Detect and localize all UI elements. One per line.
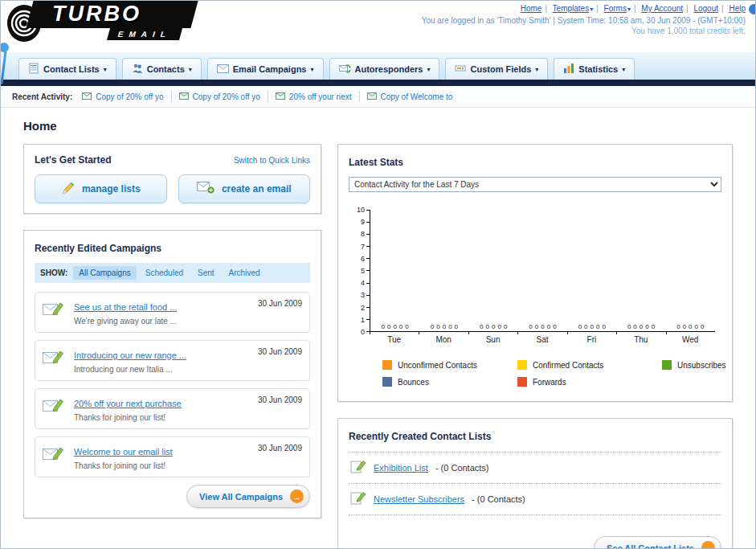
legend-swatch	[662, 360, 672, 370]
nav-link-templates[interactable]: Templates	[553, 4, 590, 13]
divider	[268, 91, 268, 102]
pencil-icon	[61, 181, 76, 198]
create-email-button[interactable]: create an email	[178, 174, 311, 203]
logo-title: TURBO	[52, 2, 141, 27]
separator: |	[596, 4, 599, 13]
filter-archived[interactable]: Archived	[223, 266, 266, 280]
tab-email-campaigns[interactable]: Email Campaigns ▾	[207, 58, 324, 80]
tab-label: Contacts	[147, 64, 185, 74]
tab-autoresponders[interactable]: Autoresponders ▾	[329, 58, 440, 80]
tab-statistics[interactable]: Statistics ▾	[554, 58, 635, 80]
campaign-subject: We're giving away our late ...	[74, 317, 251, 326]
autoresponders-icon	[339, 64, 351, 75]
view-all-campaigns-button[interactable]: View All Campaigns →	[186, 485, 310, 508]
chart-xlabels: TueMonSunSatFriThuWed	[370, 332, 715, 344]
tab-label: Contact Lists	[43, 64, 100, 74]
nav-link-help[interactable]: Help	[729, 4, 746, 13]
top-header: TURBO EMAIL Home| Templates▾| Forms▾| My…	[1, 1, 755, 52]
recent-activity-bar: Recent Activity: Copy of 20% off yo Copy…	[1, 86, 755, 108]
envelope-icon	[367, 92, 377, 101]
legend-label: Forwards	[533, 378, 566, 387]
divider	[359, 91, 360, 102]
chart-groups: 00000000000000000000000000000000000	[370, 210, 715, 331]
latest-stats-title: Latest Stats	[349, 157, 403, 168]
paper-pencil-icon	[350, 491, 366, 507]
envelope-pencil-icon	[43, 444, 67, 465]
filter-all-campaigns[interactable]: All Campaigns	[73, 266, 136, 280]
recent-campaigns-title: Recently Edited Campaigns	[35, 243, 161, 254]
chevron-down-icon: ▾	[627, 6, 631, 13]
tab-contacts[interactable]: Contacts ▾	[122, 58, 202, 80]
statistics-icon	[563, 63, 574, 76]
campaign-subject: Introducing our new Italia ...	[74, 365, 251, 374]
campaign-link[interactable]: See us at the retail food ...	[74, 302, 177, 312]
tab-label: Custom Fields	[470, 64, 531, 74]
manage-lists-button[interactable]: manage lists	[35, 174, 167, 203]
campaign-date: 30 Jun 2009	[258, 395, 302, 404]
chevron-down-icon: ▾	[310, 66, 313, 73]
campaign-subject: Thanks for joining our list!	[74, 461, 251, 470]
campaign-link[interactable]: Welcome to our email list	[74, 447, 173, 457]
contact-lists-icon	[28, 63, 39, 76]
contact-list-link[interactable]: Exhibition List	[374, 463, 428, 473]
nav-link-forms[interactable]: Forms	[604, 4, 627, 13]
stats-period-select[interactable]: Contact Activity for the Last 7 Days	[349, 177, 721, 192]
recent-activity-item[interactable]: Copy of 20% off yo	[179, 92, 260, 101]
create-email-label: create an email	[222, 183, 292, 195]
chevron-down-icon: ▾	[427, 66, 430, 73]
tab-label: Statistics	[578, 64, 618, 74]
legend-label: Unsubscribes	[677, 361, 726, 370]
legend-label: Unconfirmed Contacts	[398, 361, 477, 370]
campaign-date: 30 Jun 2009	[258, 347, 302, 356]
tab-custom-fields[interactable]: Custom Fields ▾	[445, 58, 548, 80]
get-started-title: Let's Get Started	[35, 154, 112, 166]
campaign-row: Welcome to our email listThanks for join…	[35, 436, 310, 477]
get-started-panel: Let's Get Started Switch to Quick Links …	[23, 144, 321, 214]
legend-swatch	[382, 377, 392, 387]
nav-link-my-account[interactable]: My Account	[641, 4, 683, 13]
top-links: Home| Templates▾| Forms▾| My Account| Lo…	[422, 4, 746, 13]
campaign-link[interactable]: 20% off your next purchase	[74, 399, 182, 408]
separator: |	[686, 4, 689, 13]
divider	[171, 91, 172, 102]
campaign-row: See us at the retail food ...We're givin…	[35, 292, 310, 333]
nav-link-logout[interactable]: Logout	[693, 4, 718, 13]
filter-sent[interactable]: Sent	[192, 266, 220, 280]
chevron-down-icon: ▾	[622, 66, 625, 73]
contact-list-link[interactable]: Newsletter Subscribers	[374, 494, 464, 504]
legend-swatch	[517, 377, 527, 387]
credits-info: You have 1,000 total credits left.	[422, 27, 746, 35]
legend-label: Bounces	[398, 378, 429, 387]
arrow-right-icon: →	[290, 490, 304, 503]
email-campaigns-icon	[217, 64, 229, 75]
envelope-icon	[179, 92, 189, 101]
tab-contact-lists[interactable]: Contact Lists ▾	[18, 58, 116, 80]
recent-activity-link[interactable]: 20% off your next	[289, 92, 352, 101]
envelope-pencil-icon	[43, 299, 67, 321]
legend-label: Confirmed Contacts	[533, 361, 603, 370]
see-all-contact-lists-label: See All Contact Lists	[607, 543, 694, 549]
app-window: TURBO EMAIL Home| Templates▾| Forms▾| My…	[0, 0, 756, 549]
legend-swatch	[517, 360, 527, 370]
chart-plot-area: 00000000000000000000000000000000000	[370, 210, 715, 332]
chart-ylabels: 109876543210	[349, 210, 370, 332]
recent-contact-lists-title: Recently Created Contact Lists	[349, 431, 491, 442]
chart-legend: Unconfirmed Contacts Confirmed Contacts …	[382, 360, 721, 387]
see-all-contact-lists-button[interactable]: See All Contact Lists →	[594, 536, 721, 549]
legend-item-forwards: Forwards	[517, 377, 662, 387]
recent-activity-item[interactable]: 20% off your next	[276, 92, 352, 101]
annotation-marker-right	[749, 4, 756, 14]
recent-activity-link[interactable]: Copy of Welcome to	[381, 92, 453, 101]
recent-activity-link[interactable]: Copy of 20% off yo	[96, 92, 163, 101]
recent-activity-item[interactable]: Copy of Welcome to	[367, 92, 453, 101]
recent-activity-link[interactable]: Copy of 20% off yo	[193, 92, 260, 101]
switch-quick-links-link[interactable]: Switch to Quick Links	[234, 156, 310, 165]
campaign-link[interactable]: Introducing our new range ...	[74, 350, 186, 360]
app-logo[interactable]: TURBO EMAIL	[6, 1, 223, 47]
legend-item-confirmed: Confirmed Contacts	[517, 360, 662, 370]
filter-scheduled[interactable]: Scheduled	[140, 266, 189, 280]
campaign-row: 20% off your next purchaseThanks for joi…	[35, 388, 310, 429]
nav-link-home[interactable]: Home	[521, 4, 542, 13]
recent-activity-item[interactable]: Copy of 20% off yo	[82, 92, 163, 101]
separator: |	[545, 4, 547, 13]
